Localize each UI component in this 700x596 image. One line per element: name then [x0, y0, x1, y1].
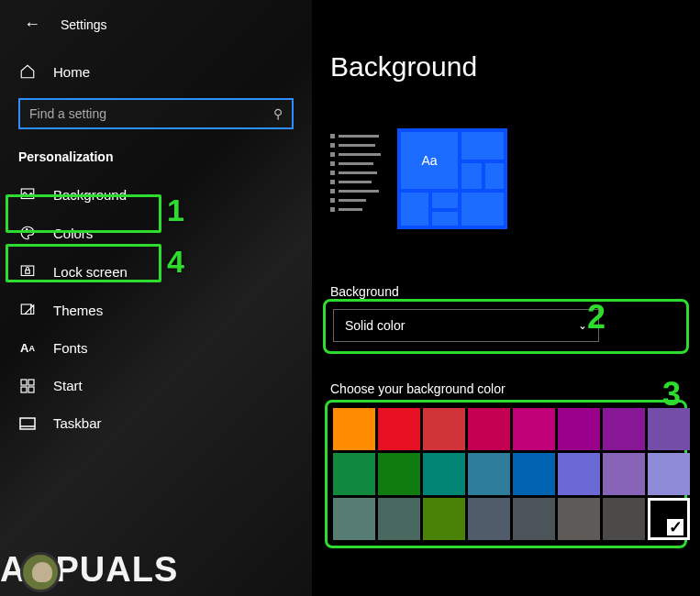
back-arrow-icon[interactable]: ← [24, 15, 40, 34]
background-dropdown[interactable]: Solid color ⌄ [333, 309, 599, 342]
search-input[interactable] [29, 106, 273, 121]
color-swatch[interactable]: ✓ [558, 408, 600, 450]
color-swatch[interactable]: ✓ [648, 408, 690, 450]
home-link[interactable]: Home [0, 54, 312, 89]
dropdown-label: Background [330, 284, 682, 299]
taskbar-icon [18, 417, 37, 430]
color-swatch[interactable]: ✓ [468, 408, 510, 450]
sidebar-item-start[interactable]: Start [0, 369, 312, 403]
nav-label: Start [53, 378, 83, 393]
color-swatch[interactable]: ✓ [603, 453, 645, 495]
svg-rect-8 [28, 380, 34, 385]
nav-label: Themes [53, 303, 103, 318]
home-label: Home [53, 64, 90, 80]
themes-icon [18, 302, 37, 318]
start-icon [18, 379, 37, 393]
svg-rect-9 [21, 387, 27, 392]
color-swatch[interactable]: ✓ [333, 408, 375, 450]
color-swatch[interactable]: ✓ [333, 498, 375, 540]
svg-point-3 [29, 230, 31, 232]
svg-rect-10 [28, 387, 34, 392]
color-swatch[interactable]: ✓ [513, 498, 555, 540]
search-icon: ⚲ [273, 106, 283, 121]
color-swatch[interactable]: ✓ [558, 453, 600, 495]
chevron-down-icon: ⌄ [578, 319, 587, 332]
titlebar: ← Settings [0, 11, 312, 50]
color-swatch-grid: ✓✓✓✓✓✓✓✓✓✓✓✓✓✓✓✓✓✓✓✓✓✓✓✓ [333, 408, 679, 540]
color-swatch[interactable]: ✓ [333, 453, 375, 495]
preview-text-lines [330, 128, 381, 212]
search-box[interactable]: ⚲ [18, 98, 294, 129]
color-swatch[interactable]: ✓ [378, 453, 420, 495]
preview-tile-text: Aa [401, 132, 458, 189]
color-swatch[interactable]: ✓ [423, 453, 465, 495]
check-icon: ✓ [667, 519, 683, 535]
svg-rect-11 [20, 418, 35, 429]
sidebar: ← Settings Home ⚲ Personalization Backgr… [0, 0, 312, 596]
theme-preview: Aa [330, 128, 682, 229]
lock-icon [18, 263, 37, 280]
color-swatch[interactable]: ✓ [513, 453, 555, 495]
annotation-number-1: 1 [167, 193, 184, 228]
color-swatch[interactable]: ✓ [468, 498, 510, 540]
palette-icon [18, 225, 37, 241]
color-swatch[interactable]: ✓ [558, 498, 600, 540]
sidebar-item-background[interactable]: Background [0, 177, 312, 212]
color-swatch[interactable]: ✓ [468, 453, 510, 495]
color-swatch[interactable]: ✓ [423, 498, 465, 540]
svg-point-1 [24, 231, 26, 233]
color-swatch[interactable]: ✓ [513, 408, 555, 450]
color-swatch[interactable]: ✓ [603, 498, 645, 540]
sidebar-item-themes[interactable]: Themes [0, 292, 312, 327]
nav-label: Lock screen [53, 264, 128, 280]
nav-label: Background [53, 187, 127, 203]
color-swatch[interactable]: ✓ [603, 408, 645, 450]
svg-point-2 [27, 229, 28, 231]
window-title: Settings [61, 17, 107, 32]
nav-label: Colors [53, 226, 93, 241]
preview-tile: Aa [397, 128, 507, 229]
annotation-box-2: 2 Solid color ⌄ [323, 299, 689, 354]
svg-rect-5 [26, 270, 30, 274]
nav-label: Taskbar [53, 415, 102, 431]
avatar-icon [20, 552, 61, 592]
annotation-number-4: 4 [167, 244, 184, 280]
home-icon [18, 63, 37, 80]
picture-icon [18, 186, 37, 203]
dropdown-value: Solid color [345, 318, 405, 333]
section-label: Personalization [0, 146, 312, 173]
annotation-number-2: 2 [587, 298, 606, 337]
fonts-icon: AA [18, 341, 37, 355]
annotation-box-3: 3 ✓✓✓✓✓✓✓✓✓✓✓✓✓✓✓✓✓✓✓✓✓✓✓✓ [325, 400, 687, 548]
sidebar-item-fonts[interactable]: AA Fonts [0, 331, 312, 365]
sidebar-item-taskbar[interactable]: Taskbar [0, 406, 312, 440]
svg-rect-7 [21, 380, 27, 385]
color-swatch[interactable]: ✓ [378, 498, 420, 540]
color-swatch[interactable]: ✓ [648, 498, 690, 540]
sidebar-item-lock-screen[interactable]: Lock screen [0, 254, 312, 289]
color-swatch[interactable]: ✓ [648, 453, 690, 495]
main-panel: Background Aa Background 2 Solid c [312, 0, 700, 596]
nav-label: Fonts [53, 340, 88, 356]
choose-color-label: Choose your background color [330, 381, 682, 396]
watermark-logo: APUALS [0, 550, 178, 592]
color-swatch[interactable]: ✓ [378, 408, 420, 450]
color-swatch[interactable]: ✓ [423, 408, 465, 450]
sidebar-item-colors[interactable]: Colors [0, 215, 312, 250]
page-title: Background [330, 51, 682, 83]
